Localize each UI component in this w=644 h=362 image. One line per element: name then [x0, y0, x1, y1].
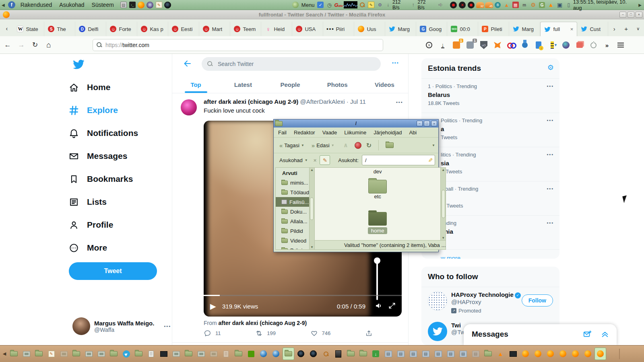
video-from-name[interactable]: after dark alexi (chicago Aug 2-9) [219, 320, 307, 326]
panel-menu-places[interactable]: Asukohad [56, 2, 88, 8]
taskbar-window-image[interactable] [195, 348, 207, 360]
file-manager-titlebar[interactable]: / − □ × [274, 119, 438, 128]
play-icon[interactable]: ▶ [210, 302, 216, 311]
tab-session-extension-icon[interactable] [576, 41, 584, 49]
file-manager-window[interactable]: / − □ × FailRedaktorVaadeLiikumineJärjeh… [273, 119, 439, 252]
fm-forward-button[interactable]: » Edasi▼ [309, 141, 337, 150]
tab-scroll-right-icon[interactable]: › [608, 21, 620, 36]
sidebar-item-bookmarks[interactable]: Bookmarks [68, 169, 133, 189]
sidebar-item-notifications[interactable]: Notifications [68, 123, 138, 143]
suggestion-name[interactable]: Twi [451, 322, 465, 329]
taskbar-window-note[interactable]: ✎ [45, 348, 57, 360]
fm-menu-abi[interactable]: Abi [409, 130, 417, 136]
tab-videos[interactable]: Videos [361, 76, 408, 93]
extension-cookie-icon[interactable]: 1 [466, 41, 474, 49]
panel-menu-system[interactable]: Süsteem [88, 2, 118, 8]
sidebar-item-profile[interactable]: Profile [68, 215, 113, 235]
fm-place-item[interactable]: Videod [276, 236, 309, 245]
taskbar-window-ffx[interactable] [545, 348, 556, 360]
fm-files-scrollbar[interactable]: ▲▼ [440, 168, 446, 240]
note-yellow-icon[interactable]: ✎ [367, 1, 375, 9]
browser-tab[interactable]: WState [13, 22, 44, 36]
menu-applet-label[interactable]: Menu [301, 2, 315, 8]
window-close-button[interactable]: × [636, 12, 642, 18]
archive-icon[interactable]: ▤ [120, 1, 128, 9]
cloud-45-icon[interactable]: .45 [485, 1, 493, 9]
taskbar-window-doc[interactable] [220, 348, 232, 360]
browser-tab[interactable]: ●●●Piiri [323, 22, 354, 36]
volume-icon[interactable] [437, 1, 445, 9]
browser-tab[interactable]: SEO00:0 [447, 22, 478, 36]
video-progress-bar[interactable] [204, 295, 402, 296]
taskbar-window-folder[interactable] [108, 348, 120, 360]
browser-tab[interactable]: PPileti [478, 22, 509, 36]
tab-top[interactable]: Top [172, 76, 219, 93]
trend-item[interactable]: 1 · Politics · TrendingBelarus18.8K Twee… [421, 79, 559, 113]
trend-more-icon[interactable]: ••• [547, 118, 554, 123]
taskbar-window-screen-dark[interactable] [158, 348, 169, 360]
mini-m-icon[interactable]: m [520, 1, 528, 9]
extension-hand-icon[interactable]: 1 [452, 41, 460, 49]
browser-tab[interactable]: ☺Teem [230, 22, 261, 36]
fm-file-etc[interactable]: etc [315, 180, 440, 200]
list-all-tabs-icon[interactable]: ∨ [632, 21, 644, 36]
panel-collapse-icon[interactable]: ◀ [0, 3, 6, 7]
fm-menu-redaktor[interactable]: Redaktor [294, 130, 315, 136]
distro-logo-icon[interactable]: f [8, 1, 15, 8]
fm-location-input[interactable]: / ✎ [362, 155, 435, 165]
fm-file-home[interactable]: home [315, 212, 440, 234]
fm-reload-icon[interactable]: ↻ [366, 142, 372, 149]
taskbar-window-globe-dark[interactable] [308, 348, 319, 360]
nav-forward-icon[interactable]: → [15, 39, 27, 51]
link-extension-icon[interactable] [507, 41, 515, 49]
doc-download-extension-icon[interactable] [535, 41, 543, 49]
browser-tab[interactable]: Marg [385, 22, 416, 36]
overflow-chevron-icon[interactable]: » [603, 41, 611, 49]
tab-close-icon[interactable]: × [570, 26, 574, 32]
follow-button[interactable]: Follow [522, 294, 553, 306]
fm-menu-fail[interactable]: Fail [278, 130, 287, 136]
sidebar-item-more[interactable]: More [68, 238, 107, 258]
fm-clear-location-icon[interactable]: ✎ [427, 158, 433, 162]
fm-place-item[interactable]: Doku... [276, 207, 309, 216]
taskbar-window-folder-down[interactable] [70, 348, 82, 360]
trend-item[interactable]: Politics · TrendingaTweets••• [421, 113, 559, 147]
cam-red-icon[interactable] [467, 1, 475, 9]
browser-tab[interactable]: DDelfi [75, 22, 106, 36]
fm-stop-icon[interactable] [355, 142, 361, 149]
url-bar[interactable]: https:// twitter.com [93, 39, 383, 51]
browser-tab[interactable]: full× [540, 22, 577, 36]
panel-menu-applications[interactable]: Rakendused [17, 2, 56, 8]
tab-latest[interactable]: Latest [219, 76, 266, 93]
taskbar-window-ffx[interactable] [582, 348, 594, 360]
browser-tab[interactable]: ☺Kas p [137, 22, 168, 36]
like-button[interactable]: 746 [310, 329, 331, 337]
trends-show-more[interactable]: w more [421, 250, 559, 259]
fm-minimize-button[interactable]: − [417, 121, 423, 126]
notes-icon[interactable]: ✎ [155, 1, 163, 9]
new-message-icon[interactable] [583, 330, 592, 339]
taskbar-window-download[interactable]: ↓ [370, 348, 382, 360]
taskbar-window-folder-cam[interactable] [357, 348, 369, 360]
tweet-avatar[interactable] [181, 99, 197, 115]
downloads-icon[interactable]: ↓ [439, 41, 447, 49]
hamburger-menu-icon[interactable] [617, 41, 625, 49]
tab-people[interactable]: People [266, 76, 314, 93]
fm-home-button[interactable] [383, 142, 396, 149]
browser-tab[interactable]: ☺Eesti [168, 22, 199, 36]
fm-place-item[interactable]: Töölaud [276, 187, 309, 197]
browser-tab[interactable]: ♀Heid [261, 22, 292, 36]
menu-applet-icon[interactable] [292, 2, 299, 8]
tab-photos[interactable]: Photos [314, 76, 361, 93]
cam-x-icon[interactable]: × [458, 1, 466, 9]
retweet-button[interactable]: 199 [255, 329, 276, 337]
trend-name[interactable]: onia [441, 228, 553, 235]
monitors-icon[interactable]: ▣ [556, 1, 564, 9]
account-switcher[interactable]: Margus Waffa Meigo. @Waffa ••• [72, 317, 171, 335]
trend-name[interactable]: Belarus [428, 91, 553, 98]
flame-icon[interactable]: ▲ [503, 1, 511, 9]
taskbar-window-folder[interactable] [133, 348, 144, 360]
fm-place-item[interactable]: mimis... [276, 178, 309, 187]
browser-tab[interactable]: ☺Mart [199, 22, 230, 36]
sidebar-item-home[interactable]: Home [68, 77, 110, 97]
